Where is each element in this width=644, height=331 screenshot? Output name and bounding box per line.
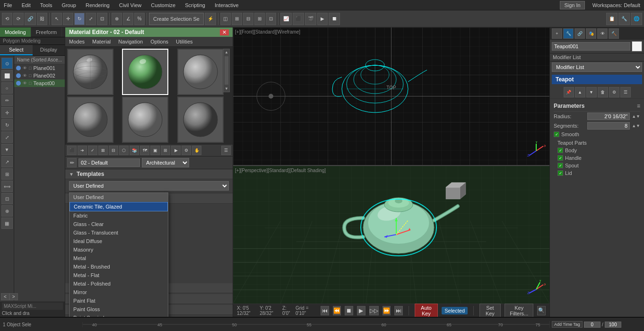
set-key-button[interactable]: Set Key (479, 304, 501, 317)
dropdown-item-metal-polished[interactable]: Metal - Polished (70, 279, 168, 288)
menu-group[interactable]: Group (60, 1, 78, 9)
viewport-perspective[interactable]: [+][Perspective][Standard][Default Shadi… (233, 166, 549, 304)
menu-material[interactable]: Material (90, 38, 113, 45)
rotate-button[interactable]: ↻ (74, 13, 85, 25)
curve-editor-button[interactable]: 📈 (280, 13, 292, 25)
dropdown-item-metal-flat[interactable]: Metal - Flat (70, 271, 168, 279)
modeling-tab[interactable]: Modeling (0, 27, 31, 37)
menu-civil[interactable]: Civil View (117, 1, 143, 9)
auto-key-button[interactable]: Auto Key (415, 304, 438, 317)
sphere-3[interactable] (177, 49, 224, 95)
list-item[interactable]: 👁 □ Plane001 (14, 64, 65, 72)
close-button[interactable]: ✕ (220, 29, 229, 35)
stop-button[interactable]: ⏹ (345, 306, 353, 315)
paint-icon[interactable]: ✏ (1, 95, 13, 106)
motion-button[interactable]: 🎭 (586, 28, 596, 39)
mat-type-dropdown[interactable]: Architectural (142, 158, 189, 167)
dropdown-item-metal[interactable]: Metal (70, 254, 168, 262)
move-icon[interactable]: ✛ (1, 107, 13, 118)
dropdown-item-paint-flat[interactable]: Paint Flat (70, 296, 168, 305)
item-eye-icon[interactable]: 👁 (23, 73, 27, 78)
dropdown-item-ideal-diffuse[interactable]: Ideal Diffuse (70, 237, 168, 245)
create-selection-button[interactable]: Create Selection Se (149, 13, 204, 25)
modify-button[interactable]: 🔧 (563, 28, 574, 39)
sphere-6[interactable] (177, 96, 224, 143)
options2-button[interactable]: ⚙ (182, 146, 191, 155)
region-select-icon[interactable]: ⬜ (1, 70, 13, 81)
go-start-button[interactable]: ⏮ (321, 306, 329, 315)
video-button[interactable]: ▶ (171, 146, 181, 155)
sphere-2[interactable] (122, 49, 168, 95)
sphere-4[interactable] (67, 96, 113, 143)
redo-button[interactable]: ⟳ (13, 13, 24, 25)
sample-button[interactable]: ⊞ (161, 146, 170, 155)
freeform-tab[interactable]: Freeform (31, 27, 62, 37)
menu-signin[interactable]: Sign In (560, 1, 584, 9)
list-item[interactable]: 👁 □ Plane002 (14, 72, 65, 79)
move-button[interactable]: ✛ (63, 13, 73, 25)
assign-button[interactable]: ✓ (88, 146, 97, 155)
bg-button[interactable]: ▣ (150, 146, 160, 155)
unique-button[interactable]: ⬡ (119, 146, 129, 155)
menu-customize[interactable]: Customize (149, 1, 177, 9)
item-eye-icon[interactable]: 👁 (23, 81, 27, 86)
radius-spinner[interactable]: ▲▼ (632, 114, 640, 119)
menu-modes[interactable]: Modes (67, 38, 87, 45)
dropdown-item-masonry[interactable]: Masonry (70, 245, 168, 254)
angle-snap-button[interactable]: ∠ (123, 13, 133, 25)
current-frame-input[interactable] (584, 322, 600, 328)
viewport-front[interactable]: TOP [+][Front][Standard][Wireframe] X Y … (233, 27, 549, 166)
reset-button[interactable]: ⊠ (98, 146, 108, 155)
select2-icon[interactable]: ↗ (1, 156, 13, 167)
render-setup-button[interactable]: 🎬 (305, 13, 316, 25)
mod-configure-button[interactable]: ⚙ (609, 87, 619, 97)
scroll-up-icon[interactable]: ▲ (224, 49, 229, 55)
utility-button[interactable]: 🔨 (609, 28, 619, 39)
play-all-button[interactable]: ▷▷ (369, 306, 379, 315)
menu-scripting[interactable]: Scripting (183, 1, 207, 9)
radius-input[interactable] (587, 113, 630, 120)
mirror2-icon[interactable]: ⟺ (1, 181, 13, 192)
copy-button[interactable]: ⊟ (109, 146, 118, 155)
menu-tools[interactable]: Tools (38, 1, 54, 9)
sphere-1[interactable] (67, 49, 113, 95)
menu-options[interactable]: Options (148, 38, 170, 45)
modifier-dropdown[interactable]: Modifier List (552, 62, 642, 72)
spacing-button[interactable]: ⊡ (266, 13, 276, 25)
layer-button[interactable]: 📋 (606, 13, 618, 25)
group-icon[interactable]: ▦ (1, 218, 13, 229)
array2-icon[interactable]: ⊡ (1, 193, 13, 204)
template-dropdown-overlay[interactable]: User Defined Ceramic Tile, Glazed Fabric… (69, 192, 168, 317)
template-dropdown[interactable]: User Defined (69, 181, 229, 191)
menu-file[interactable]: File (2, 1, 14, 9)
prev-frame-button[interactable]: ⏪ (333, 306, 341, 315)
item-render-icon[interactable]: □ (29, 66, 31, 70)
item-render-icon[interactable]: □ (29, 81, 31, 86)
hierarchy-button[interactable]: 🔗 (574, 28, 585, 39)
display-tab[interactable]: Display (33, 45, 65, 55)
snap-button[interactable]: ⊕ (112, 13, 122, 25)
scale-button[interactable]: ⤢ (86, 13, 96, 25)
array-button[interactable]: ⊞ (254, 13, 265, 25)
sphere-5[interactable] (122, 96, 168, 143)
sphere-scrollbar[interactable]: ▲ ▼ (223, 49, 230, 92)
place-icon[interactable]: ▼ (1, 144, 13, 155)
menu-edit[interactable]: Edit (20, 1, 33, 9)
dropdown-item-metal-brushed[interactable]: Metal - Brushed (70, 262, 168, 271)
align-button[interactable]: ⊞ (232, 13, 242, 25)
scroll-down-icon[interactable]: ▼ (224, 86, 229, 92)
select-tab[interactable]: Select (0, 45, 33, 55)
create-button[interactable]: + (552, 28, 562, 39)
key-filters-button[interactable]: Key Filters... (505, 304, 533, 317)
body-checkbox[interactable]: ✓ (557, 148, 563, 153)
dropdown-item-paint-semi[interactable]: Paint Semi-gloss (70, 314, 168, 317)
segments-input[interactable] (587, 122, 630, 130)
menu-interactive[interactable]: Interactive (213, 1, 241, 9)
dropdown-item-ceramic[interactable]: Ceramic Tile, Glazed (70, 202, 168, 211)
dropdown-item-paint-gloss[interactable]: Paint Gloss (70, 305, 168, 314)
align2-button[interactable]: ⊟ (243, 13, 253, 25)
total-frames-input[interactable] (605, 322, 621, 328)
mat-editor-button[interactable]: ⬛ (293, 13, 304, 25)
mat-options-button[interactable]: ☰ (221, 146, 231, 155)
scene-button[interactable]: 🌐 (631, 13, 642, 25)
